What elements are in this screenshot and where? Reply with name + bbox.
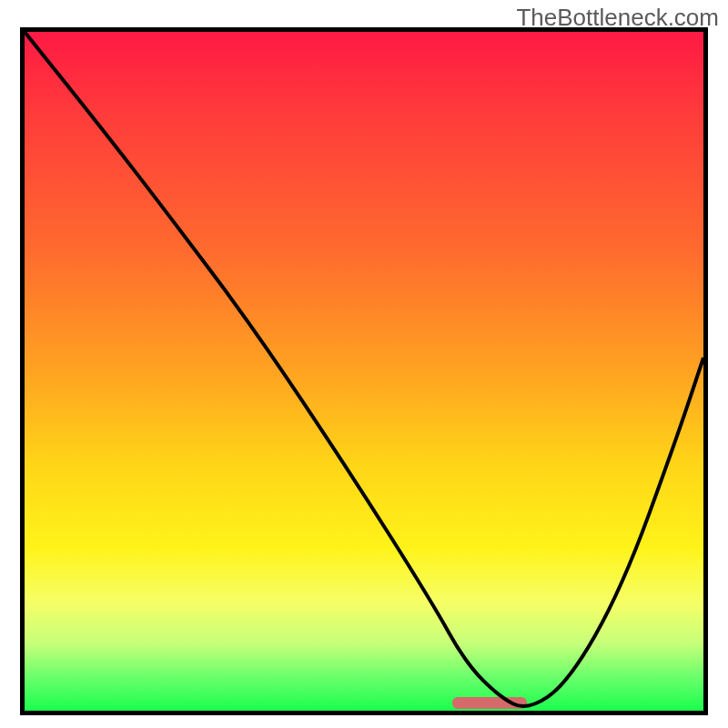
watermark-text: TheBottleneck.com: [516, 4, 719, 32]
chart-area: [20, 27, 708, 715]
root: TheBottleneck.com: [0, 0, 728, 728]
optimal-marker: [452, 697, 527, 709]
chart-background-gradient: [25, 32, 703, 711]
